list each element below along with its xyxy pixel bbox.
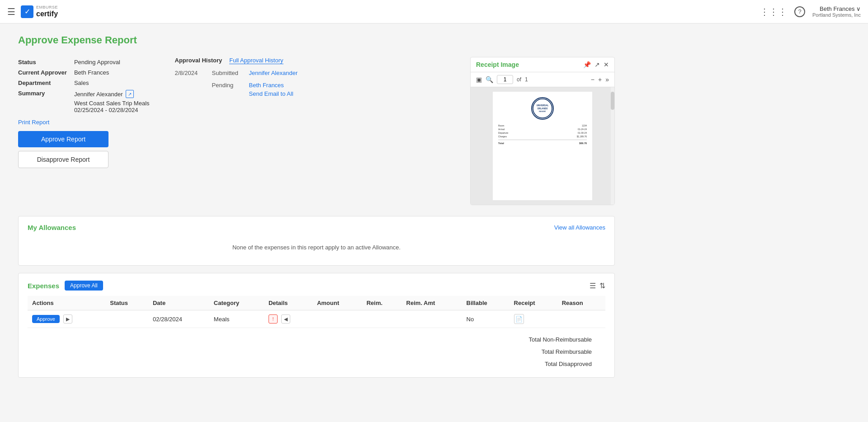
allowances-section: My Allowances View all Allowances None o… <box>18 216 615 266</box>
receipt-pin-icon[interactable]: 📌 <box>583 61 591 68</box>
page-title: Approve Expense Report <box>18 34 615 46</box>
expenses-header: Expenses Approve All ☰ ⇅ <box>28 281 605 291</box>
row-category-cell: Meals <box>209 310 264 328</box>
receipt-panel-title: Receipt Image <box>476 61 519 68</box>
status-label: Status <box>18 57 74 67</box>
logo-emburse-text: emburse <box>36 5 58 10</box>
history-date: 2/8/2024 <box>175 70 207 76</box>
total-non-reimbursable-row: Total Non-Reimbursable <box>28 333 605 346</box>
expenses-title: Expenses <box>28 282 59 290</box>
receipt-zoom-icon[interactable]: 🔍 <box>486 76 493 83</box>
col-date: Date <box>148 296 209 310</box>
summary-row: Summary Jennifer Alexander ↗ West Coast … <box>18 88 157 115</box>
app-header: ☰ ✓ emburse certify ⋮⋮⋮ ? Beth Frances ∨… <box>0 0 868 23</box>
receipt-scroll-thumb <box>611 92 614 110</box>
receipt-zoom-in-icon[interactable]: + <box>598 76 602 83</box>
row-receipt-cell: 📄 <box>509 310 557 328</box>
main-content: Approve Expense Report Status Pending Ap… <box>0 23 633 389</box>
svg-text:RESORT: RESORT <box>539 111 546 113</box>
receipt-panel-header: Receipt Image 📌 ↗ ✕ <box>471 57 614 72</box>
expenses-toolbar-right: ☰ ⇅ <box>590 281 605 290</box>
status-row: Status Pending Approval <box>18 57 157 67</box>
approval-history-label: Approval History <box>175 57 222 64</box>
report-details: Status Pending Approval Current Approver… <box>18 57 157 205</box>
expenses-list-icon[interactable]: ☰ <box>590 281 596 290</box>
receipt-panel-icons: 📌 ↗ ✕ <box>583 61 609 68</box>
summary-description: West Coast Sales Trip Meals <box>74 100 150 107</box>
history-pending-status: Pending <box>212 82 244 89</box>
report-info-table: Status Pending Approval Current Approver… <box>18 57 157 115</box>
receipt-document: UNIVERSAL ORLANDO RESORT Room1234 Arriva… <box>493 92 592 200</box>
view-allowances-link[interactable]: View all Allowances <box>554 224 605 231</box>
allowances-header: My Allowances View all Allowances <box>28 224 605 231</box>
disapprove-report-button[interactable]: Disapprove Report <box>18 151 108 168</box>
summary-link-icon[interactable]: ↗ <box>126 90 134 98</box>
status-value: Pending Approval <box>74 57 157 67</box>
report-info-section: Status Pending Approval Current Approver… <box>18 57 615 205</box>
history-submitter-link[interactable]: Jennifer Alexander <box>249 70 298 76</box>
approval-history-section: Approval History Full Approval History 2… <box>175 57 298 205</box>
approver-value: Beth Frances <box>74 67 157 78</box>
row-reim-cell <box>362 310 402 328</box>
summary-submitter: Jennifer Alexander <box>74 91 123 98</box>
history-pending-link[interactable]: Beth Frances <box>249 82 293 89</box>
department-value: Sales <box>74 78 157 88</box>
expenses-sort-icon[interactable]: ⇅ <box>599 281 605 290</box>
table-row: Approve ▶ 02/28/2024 Meals ! ◀ No <box>28 310 605 328</box>
help-icon[interactable]: ? <box>794 6 805 17</box>
history-send-email-link[interactable]: Send Email to All <box>249 90 293 97</box>
print-report-link[interactable]: Print Report <box>18 119 157 126</box>
receipt-page-total: 1 <box>525 76 528 83</box>
receipt-close-icon[interactable]: ✕ <box>604 61 609 68</box>
col-receipt: Receipt <box>509 296 557 310</box>
expenses-title-area: Expenses Approve All <box>28 281 103 291</box>
header-left: ☰ ✓ emburse certify <box>7 5 58 18</box>
logo-check-icon: ✓ <box>24 7 30 16</box>
receipt-toolbar: ▣ 🔍 of 1 − + » <box>471 72 614 87</box>
receipt-zoom-out-icon[interactable]: − <box>591 76 594 83</box>
approve-report-button[interactable]: Approve Report <box>18 131 108 147</box>
menu-hamburger-icon[interactable]: ☰ <box>7 6 15 17</box>
receipt-external-icon[interactable]: ↗ <box>594 61 600 68</box>
row-billable-cell: No <box>462 310 509 328</box>
col-category: Category <box>209 296 264 310</box>
row-approve-button[interactable]: Approve <box>32 315 60 323</box>
col-reim-amt: Reim. Amt <box>402 296 462 310</box>
row-detail-x-icon[interactable]: ◀ <box>281 314 290 324</box>
receipt-panel-toggle-icon[interactable]: ▣ <box>476 76 482 83</box>
apps-grid-icon[interactable]: ⋮⋮⋮ <box>760 6 787 17</box>
app-logo: ✓ emburse certify <box>21 5 58 18</box>
allowances-title: My Allowances <box>28 224 76 231</box>
receipt-navigate-icon[interactable]: » <box>605 76 609 83</box>
approver-label: Current Approver <box>18 67 74 78</box>
col-amount: Amount <box>312 296 362 310</box>
history-submitted-actions: Jennifer Alexander <box>249 70 298 76</box>
user-company: Portland Systems, Inc <box>812 12 861 18</box>
allowances-message: None of the expenses in this report appl… <box>28 237 605 258</box>
history-submitted-row: 2/8/2024 Submitted Jennifer Alexander <box>175 70 298 76</box>
expenses-table-header-row: Actions Status Date Category Details Amo… <box>28 296 605 310</box>
row-amount-cell <box>312 310 362 328</box>
row-date-cell: 02/28/2024 <box>148 310 209 328</box>
total-disapproved-row: Total Disapproved <box>28 358 605 370</box>
header-right: ⋮⋮⋮ ? Beth Frances ∨ Portland Systems, I… <box>760 5 861 18</box>
row-action-arrow-icon[interactable]: ▶ <box>63 314 72 324</box>
col-billable: Billable <box>462 296 509 310</box>
total-disapproved-label: Total Disapproved <box>545 361 601 367</box>
row-warning-icon[interactable]: ! <box>269 314 278 324</box>
total-reimbursable-row: Total Reimbursable <box>28 346 605 358</box>
row-receipt-doc-icon[interactable]: 📄 <box>514 314 524 324</box>
user-menu[interactable]: Beth Frances ∨ Portland Systems, Inc <box>812 5 861 18</box>
col-actions: Actions <box>28 296 105 310</box>
approve-all-button[interactable]: Approve All <box>65 281 103 291</box>
full-approval-history-link[interactable]: Full Approval History <box>229 57 283 64</box>
receipt-page-input[interactable] <box>497 75 513 84</box>
receipt-scrollbar[interactable] <box>611 87 614 205</box>
history-pending-actions: Beth Frances Send Email to All <box>249 82 293 97</box>
svg-text:UNIVERSAL: UNIVERSAL <box>537 104 549 107</box>
row-actions-cell: Approve ▶ <box>28 310 105 328</box>
expenses-table-head: Actions Status Date Category Details Amo… <box>28 296 605 310</box>
summary-dates: 02/25/2024 - 02/28/2024 <box>74 107 150 113</box>
receipt-logo: UNIVERSAL ORLANDO RESORT <box>531 97 554 120</box>
totals-area: Total Non-Reimbursable Total Reimbursabl… <box>28 333 605 370</box>
